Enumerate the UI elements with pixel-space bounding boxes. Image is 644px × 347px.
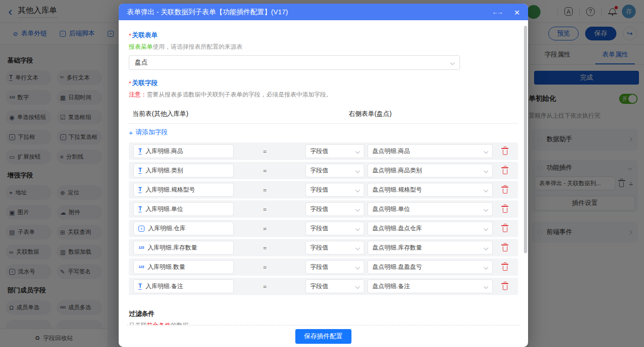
right-field-select[interactable]: 盘点明细.库存数量 (368, 241, 493, 255)
chevron-down-icon (483, 245, 488, 250)
delete-row-icon[interactable] (503, 169, 507, 174)
equals-sign: = (263, 206, 267, 213)
right-field-select[interactable]: 盘点明细.单位 (368, 202, 493, 216)
delete-row-icon[interactable] (503, 208, 507, 213)
left-table-header: 当前表(其他入库单) (129, 110, 349, 118)
right-field-select[interactable]: 盘点明细.备注 (368, 279, 493, 293)
plugin-config-modal: 表单弹出 - 关联数据到子表单【功能插件配置】(V17) ←→ × * 关联表单… (119, 4, 528, 347)
left-field-value: 入库明细.备注 (145, 282, 183, 290)
chevron-down-icon (355, 284, 360, 289)
filter-condition-link[interactable]: 符合条件 (147, 322, 171, 325)
chevron-down-icon (483, 149, 488, 154)
save-plugin-config-button[interactable]: 保存插件配置 (295, 329, 351, 344)
chevron-down-icon (483, 226, 488, 231)
operator-select[interactable]: 字段值 (305, 260, 364, 274)
text-icon: T (138, 148, 142, 154)
delete-row-icon[interactable] (503, 266, 507, 271)
related-form-hint: 报表菜单使用，请选择报表所配置的来源表 (129, 43, 518, 51)
text-icon: T (138, 187, 142, 193)
right-field-select[interactable]: 盘点明细.盘盈盘亏 (368, 260, 493, 274)
modal-scrollbar[interactable] (524, 26, 527, 253)
field-mapping-row: ∨入库明细.仓库=字段值盘点明细.盘点仓库 (129, 220, 518, 237)
delete-row-icon[interactable] (503, 150, 507, 155)
modal-body: * 关联表单 报表菜单使用，请选择报表所配置的来源表 盘点 * 关联字段 注意：… (119, 20, 528, 325)
chevron-down-icon (355, 188, 360, 192)
equals-sign: = (263, 225, 267, 232)
chevron-down-icon (450, 60, 455, 65)
right-field-select[interactable]: 盘点明细.盘点仓库 (368, 222, 493, 235)
text-icon: T (138, 167, 142, 174)
left-field-input[interactable]: T入库明细.类别 (133, 164, 234, 177)
number-icon: 123 (138, 246, 144, 250)
right-field-select[interactable]: 盘点明细.规格型号 (368, 183, 493, 197)
left-field-value: 入库明细.类别 (145, 166, 183, 175)
screen: ‹ 其他入库单 A ? 存 ⊘表单外链/后端脚本ılı 预览 保存 ↪ 基础字段… (0, 0, 644, 347)
filter-label: 过滤条件 (129, 310, 518, 318)
left-field-input[interactable]: T入库明细.商品 (133, 144, 234, 158)
chevron-down-icon (355, 168, 360, 173)
left-field-value: 入库明细.数量 (148, 263, 185, 271)
chevron-down-icon (483, 284, 488, 289)
operator-select[interactable]: 字段值 (305, 222, 364, 235)
modal-header: 表单弹出 - 关联数据到子表单【功能插件配置】(V17) ←→ × (119, 4, 528, 20)
left-field-input[interactable]: T入库明细.单位 (133, 202, 234, 216)
chevron-down-icon (355, 226, 360, 231)
chevron-down-icon (483, 188, 488, 192)
left-field-input[interactable]: T入库明细.规格型号 (133, 183, 234, 197)
number-icon: 123 (138, 265, 144, 269)
left-field-input[interactable]: 123入库明细.库存数量 (133, 241, 234, 255)
delete-row-icon[interactable] (503, 246, 507, 251)
field-mapping-row: T入库明细.商品=字段值盘点明细.商品 (129, 142, 518, 160)
expand-icon[interactable]: ←→ (492, 9, 502, 16)
plus-icon: + (129, 129, 133, 137)
left-field-value: 入库明细.商品 (145, 147, 183, 155)
equals-sign: = (263, 264, 267, 271)
note-text: 注意：需要从报表多选数据中关联到子表单的字段，必须是报表中添加字段。 (129, 91, 518, 99)
right-field-select[interactable]: 盘点明细.商品 (368, 144, 493, 158)
chevron-down-icon (483, 207, 488, 211)
related-fields-label: 关联字段 (132, 79, 158, 87)
add-field-button[interactable]: + 请添加字段 (129, 128, 184, 137)
operator-select[interactable]: 字段值 (305, 144, 364, 158)
select-icon: ∨ (138, 226, 144, 232)
operator-select[interactable]: 字段值 (305, 202, 364, 216)
left-field-input[interactable]: ∨入库明细.仓库 (133, 222, 234, 235)
chevron-down-icon (355, 265, 360, 269)
right-field-select[interactable]: 盘点明细.商品类别 (368, 164, 493, 177)
operator-select[interactable]: 字段值 (305, 241, 364, 255)
close-icon[interactable]: × (514, 7, 520, 17)
chevron-down-icon (355, 149, 360, 154)
filter-desc: 只关联符合条件的数据 (129, 321, 518, 325)
related-form-label: 关联表单 (132, 31, 158, 40)
chevron-down-icon (483, 265, 488, 269)
text-icon: T (138, 283, 142, 290)
divider (129, 123, 518, 124)
left-field-input[interactable]: 123入库明细.数量 (133, 260, 234, 274)
modal-title: 表单弹出 - 关联数据到子表单【功能插件配置】(V17) (127, 8, 492, 17)
operator-select[interactable]: 字段值 (305, 164, 364, 177)
field-mapping-row: T入库明细.单位=字段值盘点明细.单位 (129, 200, 518, 218)
chevron-down-icon (355, 207, 360, 211)
chevron-down-icon (355, 245, 360, 250)
equals-sign: = (263, 148, 267, 155)
left-field-value: 入库明细.库存数量 (148, 244, 197, 252)
operator-select[interactable]: 字段值 (305, 183, 364, 197)
field-mapping-row: T入库明细.类别=字段值盘点明细.商品类别 (129, 162, 518, 179)
left-field-value: 入库明细.规格型号 (145, 186, 195, 194)
operator-select[interactable]: 字段值 (305, 279, 364, 293)
right-table-header: 右侧表单(盘点) (349, 110, 391, 118)
delete-row-icon[interactable] (503, 285, 507, 290)
equals-sign: = (263, 187, 267, 193)
left-field-value: 入库明细.仓库 (148, 224, 186, 233)
field-mapping-row: 123入库明细.数量=字段值盘点明细.盘盈盘亏 (129, 258, 518, 276)
source-table-select[interactable]: 盘点 (129, 55, 460, 70)
field-mapping-list: T入库明细.商品=字段值盘点明细.商品T入库明细.类别=字段值盘点明细.商品类别… (129, 142, 518, 295)
delete-row-icon[interactable] (503, 188, 507, 193)
text-icon: T (138, 206, 142, 212)
field-mapping-row: 123入库明细.库存数量=字段值盘点明细.库存数量 (129, 239, 518, 256)
delete-row-icon[interactable] (503, 227, 507, 232)
modal-footer: 保存插件配置 (127, 325, 520, 347)
required-mark: * (129, 32, 131, 39)
left-field-input[interactable]: T入库明细.备注 (133, 279, 234, 293)
equals-sign: = (263, 283, 267, 290)
